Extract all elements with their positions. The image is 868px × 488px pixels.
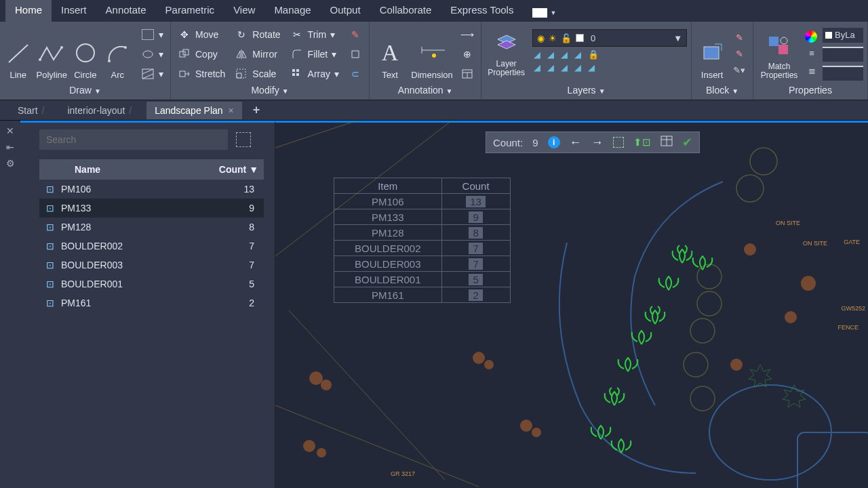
doctab-landscape[interactable]: Landscape Plan× [146,102,242,119]
col-count[interactable]: Count ▼ [210,164,264,175]
tool-fillet[interactable]: Fillet ▾ [288,45,342,62]
tool-copy[interactable]: Copy [175,45,228,62]
tool-erase[interactable]: ✎ [346,26,365,43]
doctab-start[interactable]: Start/ [9,102,56,119]
layer-icon[interactable]: ◢ [534,62,540,73]
drawing-label: ON SITE [776,220,800,226]
tool-explode[interactable] [346,45,365,62]
menu-tab-home[interactable]: Home [5,0,52,22]
panel-properties: MatchProperties ≡ ≣ ByLa Properties [753,22,868,100]
drawing-background [275,121,868,488]
doctab-interior[interactable]: interior-layout/ [59,102,144,119]
tool-trim[interactable]: ✂Trim ▾ [288,26,342,43]
table-row[interactable]: ⊡PM10613 [39,180,264,199]
close-icon[interactable]: × [229,105,234,116]
menu-tab-manage[interactable]: Manage [264,0,320,22]
tool-offset[interactable]: ⊂ [346,65,365,82]
tool-array[interactable]: Array ▾ [288,65,342,82]
table-row[interactable]: ⊡PM1339 [39,199,264,218]
tool-scale[interactable]: Scale [232,65,283,82]
block-icon: ⊡ [39,203,57,214]
menu-tab-view[interactable]: View [224,0,264,22]
tool-arc[interactable]: Arc [104,24,132,80]
table-row[interactable]: ⊡PM1288 [39,218,264,237]
tool-match-properties[interactable]: MatchProperties [757,24,801,80]
tool-mirror[interactable]: Mirror [232,45,283,62]
tool-rotate[interactable]: ↻Rotate [232,26,283,43]
tool-move[interactable]: ✥Move [175,26,228,43]
tool-hatch[interactable]: ▾ [138,65,166,82]
svg-point-4 [108,60,111,62]
bylayer-dropdown[interactable]: ByLa [823,28,863,43]
svg-point-44 [684,352,708,377]
menu-tab-parametric[interactable]: Parametric [156,0,224,22]
svg-point-57 [801,276,816,291]
svg-point-52 [473,352,485,364]
table-row[interactable]: ⊡BOULDER0015 [39,274,264,293]
tool-centermark[interactable]: ⊕ [458,45,477,62]
layer-icon[interactable]: ◢ [588,62,595,73]
menu-bar: Home Insert Annotate Parametric View Man… [0,0,868,22]
tool-text[interactable]: AText [374,24,406,80]
tool-layer-properties[interactable]: LayerProperties [486,24,527,77]
drawing-label: ON SITE [803,240,827,247]
menu-tab-insert[interactable]: Insert [52,0,96,22]
drawing-canvas[interactable]: Count: 9 i ← → ⬆⊡ ✔ ItemCount PM10613 PM… [275,121,868,488]
menu-tab-express[interactable]: Express Tools [441,0,523,22]
lineweight-icon[interactable]: ≣ [805,64,818,78]
layer-dropdown[interactable]: ◉☀🔓 0 ▼ [532,29,687,47]
table-row[interactable]: ⊡BOULDER0037 [39,256,264,274]
tool-line[interactable]: Line [4,24,32,80]
panel-title-draw[interactable]: Draw▼ [4,83,166,97]
count-palette: Name Count ▼ ⊡PM10613 ⊡PM1339 ⊡PM1288 ⊡B… [20,121,275,488]
svg-point-2 [60,46,63,49]
close-palette-icon[interactable]: ✕ [4,125,16,137]
block-attr-icon[interactable]: ✎▾ [732,64,746,77]
tool-leader[interactable]: ⟶ [458,26,477,43]
block-icon: ⊡ [39,260,57,270]
block-create-icon[interactable]: ✎ [732,31,746,45]
layer-icon[interactable]: ◢ [547,62,554,73]
doctab-new[interactable]: + [245,100,269,121]
tool-insert[interactable]: Insert [696,24,728,80]
block-edit-icon[interactable]: ✎ [732,47,746,61]
table-row[interactable]: ⊡BOULDER0027 [39,237,264,256]
layer-icon[interactable]: ◢ [561,49,568,60]
panel-title-modify[interactable]: Modify▼ [175,83,365,97]
panel-title-annotation[interactable]: Annotation▼ [374,83,477,97]
col-name[interactable]: Name [39,164,210,175]
linetype-icon[interactable]: ≡ [805,47,818,60]
layer-icon[interactable]: ◢ [574,49,581,60]
tool-polyline[interactable]: Polyline [36,24,67,80]
table-row[interactable]: ⊡PM1612 [39,293,264,312]
tool-table[interactable] [458,65,477,82]
menu-tab-annotate[interactable]: Annotate [96,0,156,22]
layer-icon[interactable]: ◢ [574,62,581,73]
tool-circle[interactable]: Circle [71,24,99,80]
layer-icon[interactable]: ◢ [561,62,568,73]
svg-point-47 [736,175,764,202]
search-input[interactable] [39,129,228,150]
layer-icon[interactable]: 🔒 [588,49,599,60]
settings-icon[interactable]: ⚙ [4,157,16,169]
panel-title-layers[interactable]: Layers▼ [486,83,687,97]
tool-rectangle[interactable]: ▾ [138,26,166,43]
collapse-icon[interactable]: ⇤ [4,141,16,153]
panel-title-properties[interactable]: Properties [757,83,863,97]
layer-icon[interactable]: ◢ [534,49,540,60]
svg-rect-12 [180,71,185,77]
menu-tab-featured[interactable]: ▼ [523,0,566,22]
selection-icon[interactable] [236,132,251,147]
tool-ellipse[interactable]: ▾ [138,45,166,62]
svg-point-45 [690,386,715,411]
document-tabs: Start/ interior-layout/ Landscape Plan× … [0,100,868,121]
table-header: Name Count ▼ [39,159,264,180]
layer-icon[interactable]: ◢ [547,49,554,60]
panel-title-block[interactable]: Block▼ [696,83,749,97]
menu-tab-collaborate[interactable]: Collaborate [370,0,441,22]
menu-tab-output[interactable]: Output [321,0,370,22]
svg-point-49 [321,380,332,390]
tool-dimension[interactable]: Dimension [410,24,454,80]
color-wheel-icon[interactable] [805,30,817,43]
tool-stretch[interactable]: Stretch [175,65,228,82]
